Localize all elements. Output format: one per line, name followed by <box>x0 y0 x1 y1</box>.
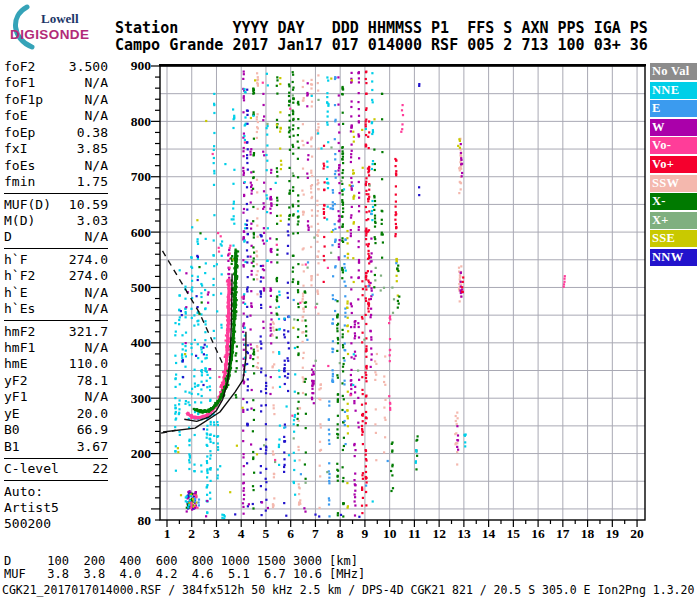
param-row-muf-d-: MUF(D)10.59 <box>4 197 108 213</box>
param-value: 78.1 <box>77 373 108 389</box>
svg-text:7: 7 <box>312 526 319 541</box>
svg-text:16: 16 <box>531 526 545 541</box>
param-label: foE <box>4 108 27 124</box>
svg-text:8: 8 <box>337 526 344 541</box>
param-value: 274.0 <box>69 252 108 268</box>
param-value: 274.0 <box>69 268 108 284</box>
param-label: foF2 <box>4 59 35 75</box>
param-row-ye: yE20.0 <box>4 406 108 422</box>
param-row-c-level: C-level22 <box>4 461 108 477</box>
panel-divider <box>4 480 108 481</box>
param-label: fmin <box>4 174 35 190</box>
svg-text:15: 15 <box>507 526 521 541</box>
panel-divider <box>4 458 108 459</box>
digisonde-logo: Lowell DIGISONDE <box>4 4 112 48</box>
param-value: 66.9 <box>77 422 108 438</box>
svg-text:19: 19 <box>606 526 620 541</box>
param-row-artist5: Artist5 <box>4 500 108 516</box>
param-row-500200: 500200 <box>4 516 108 532</box>
param-row-h-f2: h`F2274.0 <box>4 268 108 284</box>
param-label: fxI <box>4 141 27 157</box>
param-row-yf1: yF1N/A <box>4 389 108 405</box>
param-row-yf2: yF278.1 <box>4 373 108 389</box>
svg-text:12: 12 <box>432 526 446 541</box>
legend-item-nnw: NNW <box>650 249 697 266</box>
param-label: hmF1 <box>4 340 35 356</box>
param-label: B1 <box>4 439 20 455</box>
x-axis-labels: 1234567891011121314151617181920 <box>164 526 644 541</box>
param-row-hmf2: hmF2321.7 <box>4 324 108 340</box>
svg-text:4: 4 <box>238 526 245 541</box>
legend-item-w: W <box>650 119 697 136</box>
svg-text:17: 17 <box>556 526 570 541</box>
legend-item-x+: X+ <box>650 212 697 229</box>
axis-ticks <box>151 66 637 527</box>
param-row-foes: foEsN/A <box>4 158 108 174</box>
param-label: B0 <box>4 422 20 438</box>
param-row-foep: foEp0.38 <box>4 125 108 141</box>
param-row-fof2: foF23.500 <box>4 59 108 75</box>
logo-lowell-text: Lowell <box>41 11 79 27</box>
param-row-fmin: fmin1.75 <box>4 174 108 190</box>
param-label: Artist5 <box>4 500 59 516</box>
param-label: MUF(D) <box>4 197 51 213</box>
param-value: N/A <box>85 75 108 91</box>
svg-text:3: 3 <box>213 526 220 541</box>
svg-text:5: 5 <box>263 526 270 541</box>
param-row-h-e: h`EN/A <box>4 285 108 301</box>
param-label: hmF2 <box>4 324 35 340</box>
svg-text:9: 9 <box>362 526 369 541</box>
param-row-b0: B066.9 <box>4 422 108 438</box>
param-value: 3.67 <box>77 439 108 455</box>
muf-row: MUF 3.8 3.8 4.0 4.2 4.6 5.1 6.7 10.6 [MH… <box>4 568 365 581</box>
legend-item-vo-: Vo- <box>650 137 697 154</box>
legend-item-nne: NNE <box>650 82 697 99</box>
logo-digisonde-text: DIGISONDE <box>10 27 89 42</box>
param-value: 1.75 <box>77 174 108 190</box>
svg-text:2: 2 <box>188 526 195 541</box>
param-value: N/A <box>85 301 108 317</box>
param-label: h`E <box>4 285 27 301</box>
parameter-panel: foF23.500foF1N/AfoF1pN/AfoEN/AfoEp0.38fx… <box>4 59 108 533</box>
param-label: hmE <box>4 356 27 372</box>
param-row-m-d-: M(D)3.03 <box>4 213 108 229</box>
svg-text:700: 700 <box>131 169 152 184</box>
svg-text:6: 6 <box>287 526 294 541</box>
param-label: yE <box>4 406 20 422</box>
legend-item-sse: SSE <box>650 230 697 247</box>
param-value: N/A <box>85 229 108 245</box>
param-value: 22 <box>92 461 108 477</box>
param-value: 10.59 <box>69 197 108 213</box>
param-value: 110.0 <box>69 356 108 372</box>
param-value: 3.85 <box>77 141 108 157</box>
param-value: 0.38 <box>77 125 108 141</box>
param-label: yF2 <box>4 373 27 389</box>
param-label: yF1 <box>4 389 27 405</box>
svg-text:18: 18 <box>581 526 595 541</box>
param-label: C-level <box>4 461 59 477</box>
svg-text:14: 14 <box>482 526 496 541</box>
param-label: foEp <box>4 125 35 141</box>
param-row-d: DN/A <box>4 229 108 245</box>
legend-item-no-val: No Val <box>650 63 697 80</box>
header-field-values-row: Campo Grande 2017 Jan17 017 014000 RSF 0… <box>115 37 648 54</box>
param-row-fof1p: foF1pN/A <box>4 92 108 108</box>
legend-item-vo+: Vo+ <box>650 156 697 173</box>
param-row-hme: hmE110.0 <box>4 356 108 372</box>
param-label: D <box>4 229 12 245</box>
svg-text:13: 13 <box>457 526 471 541</box>
param-row-b1: B13.67 <box>4 439 108 455</box>
svg-text:80: 80 <box>138 513 152 528</box>
svg-text:1: 1 <box>164 526 171 541</box>
param-row-foe: foEN/A <box>4 108 108 124</box>
svg-text:200: 200 <box>131 446 152 461</box>
param-row-fof1: foF1N/A <box>4 75 108 91</box>
param-label: h`F <box>4 252 27 268</box>
param-row-h-f: h`F274.0 <box>4 252 108 268</box>
param-value: N/A <box>85 285 108 301</box>
param-row-h-es: h`EsN/A <box>4 301 108 317</box>
param-value: N/A <box>85 340 108 356</box>
param-row-fxi: fxI3.85 <box>4 141 108 157</box>
svg-text:500: 500 <box>131 280 152 295</box>
panel-divider <box>4 320 108 321</box>
